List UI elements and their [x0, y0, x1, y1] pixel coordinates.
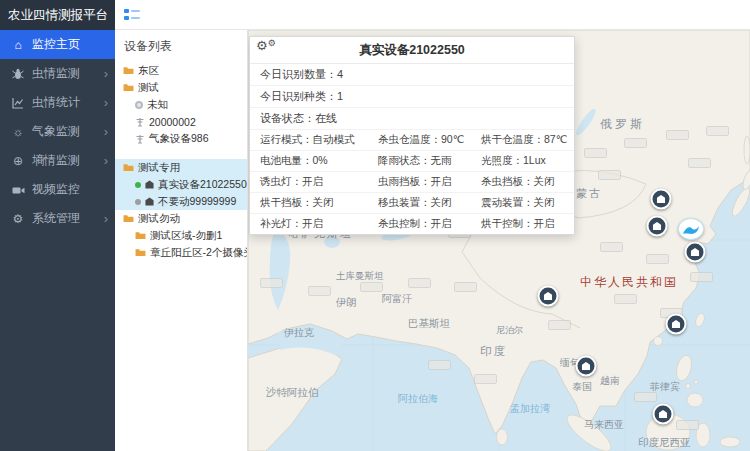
folder-icon [123, 214, 134, 223]
topbar [115, 0, 750, 30]
device-marker[interactable] [576, 356, 597, 377]
tree-label: 章丘阳丘区-2个摄像头 [150, 246, 247, 260]
tree-node-unknown[interactable]: 未知 [115, 96, 247, 113]
tree-label: 测试专用 [138, 161, 180, 175]
weather-icon: ☼ [11, 126, 25, 138]
sidebar-item-label: 墒情监测 [32, 152, 97, 169]
status-cell: 震动装置：关闭 [471, 193, 574, 214]
sidebar-item-insect-stats[interactable]: 虫情统计 › [0, 88, 115, 117]
status-cell: 运行模式：自动模式 [250, 130, 368, 151]
tree-folder-test[interactable]: 测试 [115, 79, 247, 96]
chevron-right-icon: › [104, 67, 108, 80]
bird-marker[interactable] [678, 218, 704, 240]
station-icon [135, 117, 145, 127]
device-marker-icon [691, 248, 700, 257]
status-cell: 补光灯：开启 [250, 214, 368, 234]
sidebar: 农业四情测报平台 ⌂ 监控主页 虫情监测 › 虫情统计 › ☼ 气象监测 › ⊕… [0, 0, 115, 451]
map-label-indonesia: 印度尼西亚 [638, 436, 691, 450]
device-marker-icon [659, 410, 668, 419]
city-label [666, 130, 689, 140]
tree-label: 20000002 [149, 116, 196, 128]
map-label-philippines: 菲律宾 [650, 380, 680, 394]
tree-label: 气象设备986 [149, 132, 209, 146]
device-list-title: 设备列表 [115, 30, 247, 62]
sidebar-item-weather-monitor[interactable]: ☼ 气象监测 › [0, 117, 115, 146]
device-marker[interactable] [538, 286, 559, 307]
stat-device-status: 设备状态：在线 [250, 108, 574, 130]
tree-folder-zhangqiu-cameras[interactable]: 章丘阳丘区-2个摄像头 [115, 244, 247, 261]
map-label-iraq: 伊拉克 [284, 326, 314, 340]
map-label-bay-of-bengal: 孟加拉湾 [510, 402, 550, 416]
city-label [598, 170, 621, 180]
status-cell: 电池电量：0% [250, 151, 368, 172]
status-cell: 杀虫控制：开启 [368, 214, 471, 234]
map-label-vietnam: 越南 [600, 374, 620, 388]
map-label-arabian-sea: 阿拉伯海 [398, 392, 438, 406]
map-label-iran: 伊朗 [336, 296, 357, 310]
unknown-node-icon [135, 101, 143, 109]
tree-folder-east[interactable]: 东区 [115, 62, 247, 79]
device-marker[interactable] [685, 242, 706, 263]
sidebar-item-label: 监控主页 [32, 36, 108, 53]
city-label [688, 158, 711, 168]
tree-folder-test-nomove[interactable]: 测试勿动 [115, 210, 247, 227]
globe-icon: ⊕ [11, 155, 25, 167]
chevron-right-icon: › [104, 212, 108, 225]
sidebar-item-monitor-home[interactable]: ⌂ 监控主页 [0, 30, 115, 59]
settings-gear-icon[interactable]: ⚙⚙ [256, 39, 276, 52]
device-marker-icon [582, 362, 591, 371]
device-marker[interactable] [653, 404, 674, 425]
map-label-thailand: 泰国 [572, 380, 592, 394]
device-marker[interactable] [666, 314, 687, 335]
city-label [408, 278, 431, 288]
device-marker-icon [657, 195, 666, 204]
station-icon [135, 134, 145, 144]
tree-label: 未知 [147, 98, 168, 112]
folder-icon [123, 83, 134, 92]
map-label-saudi: 沙特阿拉伯 [266, 386, 319, 400]
city-label [360, 282, 383, 292]
sidebar-item-soil-monitor[interactable]: ⊕ 墒情监测 › [0, 146, 115, 175]
map[interactable]: 俄罗斯 哈萨克斯坦 蒙古 中华人民共和国 土库曼斯坦 伊朗 伊拉克 沙特阿拉伯 … [248, 30, 750, 451]
folder-icon [123, 163, 134, 172]
status-cell: 烘干仓温度：87℃ [471, 130, 574, 151]
city-label [600, 242, 623, 252]
sidebar-item-label: 视频监控 [32, 181, 108, 198]
tree-folder-test-special[interactable]: 测试专用 [115, 159, 247, 176]
map-label-pakistan: 巴基斯坦 [408, 317, 450, 331]
device-status-grid: 运行模式：自动模式 杀虫仓温度：90℃ 烘干仓温度：87℃ 电池电量：0% 降雨… [250, 130, 574, 234]
sidebar-item-insect-monitor[interactable]: 虫情监测 › [0, 59, 115, 88]
tree-device-20000002[interactable]: 20000002 [115, 113, 247, 130]
chevron-right-icon: › [104, 125, 108, 138]
app-title: 农业四情测报平台 [0, 0, 115, 30]
device-icon [145, 197, 154, 206]
status-cell: 诱虫灯：开启 [250, 172, 368, 193]
status-cell: 光照度：1Lux [471, 151, 574, 172]
status-cell: 移虫装置：关闭 [368, 193, 471, 214]
device-marker-icon [544, 292, 553, 301]
tree-label: 测试 [138, 81, 159, 95]
tree-device-weather-986[interactable]: 气象设备986 [115, 130, 247, 147]
city-label [690, 272, 713, 282]
chevron-right-icon: › [104, 154, 108, 167]
status-cell: 烘干控制：开启 [471, 214, 574, 234]
tree-device-donottouch[interactable]: 不要动99999999 [115, 193, 247, 210]
video-camera-icon [11, 183, 25, 195]
folder-icon [123, 66, 134, 75]
map-label-afghanistan: 阿富汗 [382, 292, 412, 306]
device-icon [145, 180, 154, 189]
layout-toggle-icon[interactable] [124, 8, 140, 22]
device-marker-icon [653, 222, 662, 231]
tree-folder-test-area[interactable]: 测试区域-勿删1 [115, 227, 247, 244]
city-label [260, 278, 283, 288]
tree-label: 不要动99999999 [158, 195, 236, 209]
map-label-malaysia: 马来西亚 [584, 418, 624, 432]
tree-device-real-21022550[interactable]: 真实设备21022550 [115, 176, 247, 193]
map-label-india: 印度 [480, 344, 507, 359]
device-marker[interactable] [647, 216, 668, 237]
sidebar-item-system-admin[interactable]: ⚙ 系统管理 › [0, 204, 115, 233]
popup-title: 真实设备21022550 [250, 37, 574, 64]
sidebar-item-video-monitor[interactable]: 视频监控 [0, 175, 115, 204]
city-label [548, 320, 571, 330]
device-marker[interactable] [651, 189, 672, 210]
